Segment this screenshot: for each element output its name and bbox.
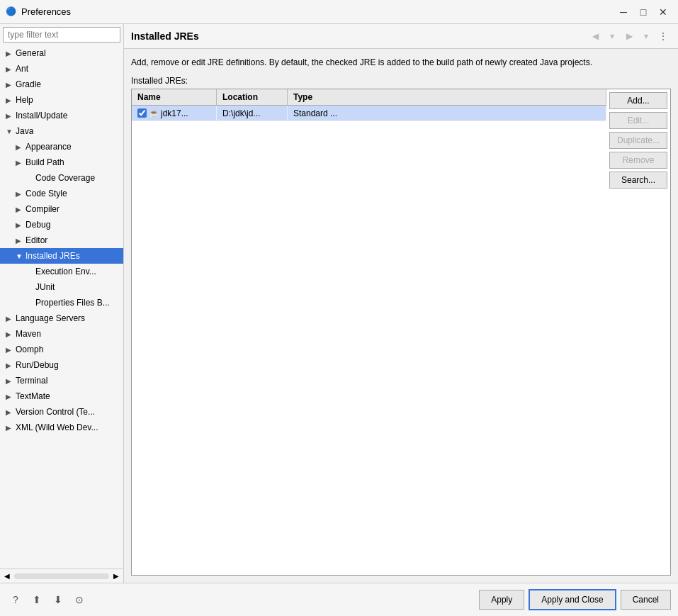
header-name: Name xyxy=(132,89,217,105)
sidebar-item-install-update[interactable]: ▶Install/Update xyxy=(0,108,123,123)
forward-button[interactable]: ▶ xyxy=(621,28,637,44)
sidebar-item-language-servers[interactable]: ▶Language Servers xyxy=(0,310,123,326)
sidebar-item-oomph[interactable]: ▶Oomph xyxy=(0,342,123,357)
window-controls: ─ □ ✕ xyxy=(614,3,672,21)
tree-arrow-icon: ▶ xyxy=(6,408,16,416)
import-button[interactable]: ⬇ xyxy=(50,591,67,608)
apply-close-button[interactable]: Apply and Close xyxy=(529,589,616,610)
remove-button[interactable]: Remove xyxy=(609,152,667,169)
title-bar: 🔵 Preferences ─ □ ✕ xyxy=(0,0,678,24)
sidebar-item-appearance[interactable]: ▶Appearance xyxy=(0,139,123,155)
header-type: Type xyxy=(288,89,606,105)
close-button[interactable]: ✕ xyxy=(654,3,672,21)
sidebar-item-label: Appearance xyxy=(26,142,72,152)
sidebar-item-label: Build Path xyxy=(26,157,64,167)
tree-arrow-icon: ▶ xyxy=(6,112,16,120)
tree-arrow-icon: ▶ xyxy=(6,377,16,385)
sidebar-item-ant[interactable]: ▶Ant xyxy=(0,61,123,77)
sidebar-item-label: Java xyxy=(16,126,33,136)
back-button[interactable]: ◀ xyxy=(587,28,603,44)
sidebar-item-editor[interactable]: ▶Editor xyxy=(0,233,123,248)
sidebar-item-execution-env[interactable]: Execution Env... xyxy=(0,264,123,279)
settings-button[interactable]: ⊙ xyxy=(71,591,88,608)
duplicate-button[interactable]: Duplicate... xyxy=(609,132,667,149)
scroll-right-icon[interactable]: ▶ xyxy=(111,571,122,581)
tree-arrow-icon: ▶ xyxy=(6,346,16,354)
scroll-left-icon[interactable]: ◀ xyxy=(1,571,13,581)
tree-arrow-icon: ▼ xyxy=(16,252,26,260)
tree-arrow-icon: ▶ xyxy=(6,330,16,338)
edit-button[interactable]: Edit... xyxy=(609,112,667,129)
sidebar-item-gradle[interactable]: ▶Gradle xyxy=(0,77,123,92)
jre-checkbox[interactable] xyxy=(137,108,147,118)
td-location: D:\jdk\jd... xyxy=(217,106,288,121)
jre-icon: ☕ xyxy=(149,108,159,118)
sidebar-item-xml-wild-web[interactable]: ▶XML (Wild Web Dev... xyxy=(0,420,123,435)
apply-button[interactable]: Apply xyxy=(479,590,524,610)
back-dropdown-button[interactable]: ▾ xyxy=(604,28,620,44)
content-area: ▶General▶Ant▶Gradle▶Help▶Install/Update▼… xyxy=(0,24,678,583)
app-icon: 🔵 xyxy=(6,6,17,18)
minimize-button[interactable]: ─ xyxy=(614,3,633,21)
sidebar-item-help[interactable]: ▶Help xyxy=(0,92,123,108)
sidebar-item-general[interactable]: ▶General xyxy=(0,45,123,61)
installed-jres-label: Installed JREs: xyxy=(131,76,671,86)
sidebar-item-label: Installed JREs xyxy=(26,251,80,261)
sidebar-item-installed-jres[interactable]: ▼Installed JREs xyxy=(0,248,123,264)
export-button[interactable]: ⬆ xyxy=(28,591,45,608)
sidebar-item-code-style[interactable]: ▶Code Style xyxy=(0,186,123,201)
more-options-button[interactable]: ⋮ xyxy=(655,28,671,44)
tree-arrow-icon: ▼ xyxy=(6,128,16,135)
table-row[interactable]: ☕ jdk17... D:\jdk\jd... Standard ... xyxy=(132,106,606,121)
bottom-action-buttons: Apply Apply and Close Cancel xyxy=(479,589,671,610)
window-title: Preferences xyxy=(21,6,614,17)
sidebar-item-label: Run/Debug xyxy=(16,360,59,370)
bottom-icons: ? ⬆ ⬇ ⊙ xyxy=(7,591,88,608)
sidebar-item-label: Terminal xyxy=(16,376,47,386)
add-button[interactable]: Add... xyxy=(609,92,667,109)
header-location: Location xyxy=(217,89,288,105)
tree-arrow-icon: ▶ xyxy=(16,221,26,229)
help-button[interactable]: ? xyxy=(7,591,24,608)
tree-arrow-icon: ▶ xyxy=(6,315,16,323)
sidebar-item-compiler[interactable]: ▶Compiler xyxy=(0,201,123,217)
tree-area: ▶General▶Ant▶Gradle▶Help▶Install/Update▼… xyxy=(0,45,123,569)
sidebar: ▶General▶Ant▶Gradle▶Help▶Install/Update▼… xyxy=(0,24,124,583)
sidebar-item-java[interactable]: ▼Java xyxy=(0,123,123,139)
sidebar-item-label: XML (Wild Web Dev... xyxy=(16,422,98,432)
maximize-button[interactable]: □ xyxy=(634,3,652,21)
cancel-button[interactable]: Cancel xyxy=(621,590,671,610)
scroll-track[interactable] xyxy=(14,573,109,579)
tree-arrow-icon: ▶ xyxy=(6,96,16,104)
sidebar-item-maven[interactable]: ▶Maven xyxy=(0,326,123,342)
sidebar-item-debug[interactable]: ▶Debug xyxy=(0,217,123,233)
sidebar-item-label: Help xyxy=(16,95,33,105)
sidebar-item-label: Version Control (Te... xyxy=(16,407,95,417)
tree-arrow-icon: ▶ xyxy=(16,159,26,167)
sidebar-item-run-debug[interactable]: ▶Run/Debug xyxy=(0,357,123,373)
sidebar-item-textmate[interactable]: ▶TextMate xyxy=(0,388,123,404)
sidebar-item-terminal[interactable]: ▶Terminal xyxy=(0,373,123,388)
sidebar-item-label: Language Servers xyxy=(16,313,85,323)
description-text: Add, remove or edit JRE definitions. By … xyxy=(131,56,671,69)
sidebar-item-build-path[interactable]: ▶Build Path xyxy=(0,155,123,170)
tree-arrow-icon: ▶ xyxy=(6,393,16,401)
sidebar-item-label: Code Coverage xyxy=(35,173,95,183)
right-panel: Installed JREs ◀ ▾ ▶ ▾ ⋮ Add, remove or … xyxy=(124,24,678,583)
sidebar-item-version-control[interactable]: ▶Version Control (Te... xyxy=(0,404,123,420)
sidebar-item-label: Maven xyxy=(16,329,41,339)
tree-arrow-icon: ▶ xyxy=(6,362,16,369)
table-header: Name Location Type xyxy=(132,89,606,106)
panel-header: Installed JREs ◀ ▾ ▶ ▾ ⋮ xyxy=(124,24,678,49)
sidebar-item-label: Code Style xyxy=(26,189,67,198)
search-button[interactable]: Search... xyxy=(609,172,667,189)
sidebar-item-junit[interactable]: JUnit xyxy=(0,279,123,295)
sidebar-item-code-coverage[interactable]: Code Coverage xyxy=(0,170,123,186)
bottom-bar: ? ⬆ ⬇ ⊙ Apply Apply and Close Cancel xyxy=(0,583,678,616)
forward-dropdown-button[interactable]: ▾ xyxy=(638,28,654,44)
sidebar-item-label: Editor xyxy=(26,235,47,245)
sidebar-item-properties-files[interactable]: Properties Files B... xyxy=(0,295,123,310)
filter-input[interactable] xyxy=(3,27,120,43)
table-body: ☕ jdk17... D:\jdk\jd... Standard ... xyxy=(132,106,606,575)
sidebar-item-label: Compiler xyxy=(26,204,60,214)
